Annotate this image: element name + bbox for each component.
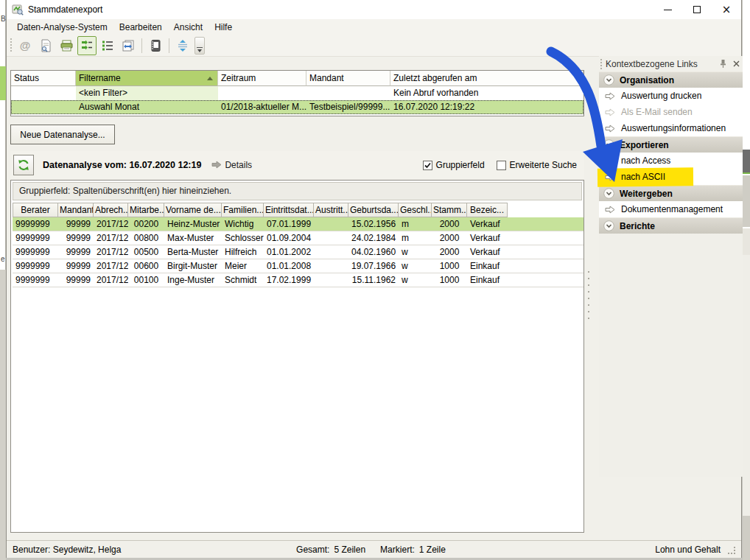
table-cell[interactable]: 00500 [128,245,164,259]
table-cell[interactable] [314,231,348,245]
table-cell[interactable]: Meier [222,259,264,273]
menu-item-hilfe[interactable]: Hilfe [208,21,238,34]
close-button[interactable]: × [712,0,741,19]
table-cell[interactable]: w [399,245,432,259]
section-header-organisation[interactable]: Organisation [599,71,743,88]
table-cell[interactable]: 9999999 [13,231,58,245]
section-header-weitergeben[interactable]: Weitergeben [599,185,743,201]
table-cell[interactable] [306,86,390,100]
table-cell[interactable]: 2017/12 [94,273,128,287]
toolbar-overflow-button[interactable] [194,37,205,55]
table-cell[interactable] [11,100,76,114]
table-cell[interactable]: 04.02.1960 [348,245,399,259]
table-cell[interactable]: 01.09.2004 [264,231,314,245]
sidebar-drag-grip[interactable] [600,59,603,69]
list-view-button[interactable] [98,36,117,55]
column-header[interactable]: Bezeic... [467,203,508,217]
column-header[interactable]: Familien... [222,203,264,217]
table-cell[interactable] [314,217,348,231]
table-cell[interactable]: Birgit-Muster [164,259,222,273]
table-cell[interactable]: <kein Filter> [76,86,218,100]
email-button[interactable]: @ [15,36,35,55]
table-cell[interactable]: Hilfreich [222,245,264,259]
table-row[interactable]: 9999999999992017/1200600Birgit-MusterMei… [13,259,583,273]
table-cell[interactable]: 00100 [128,273,164,287]
table-cell[interactable]: 2017/12 [94,245,128,259]
table-cell[interactable]: 9999999 [13,259,58,273]
details-link[interactable]: Details [225,160,252,170]
table-cell[interactable]: 2017/12 [94,231,128,245]
table-cell[interactable]: Kein Abruf vorhanden [390,86,583,100]
section-header-berichte[interactable]: Berichte [599,217,743,234]
table-cell[interactable]: 99999 [58,273,94,287]
detail-view-button[interactable] [77,36,97,55]
table-cell[interactable] [11,86,76,100]
table-cell[interactable]: Auswahl Monat [76,100,218,114]
splitter-grip[interactable] [587,271,590,320]
print-button[interactable] [57,36,76,55]
table-cell[interactable]: 01.01.2008 [264,259,314,273]
column-header[interactable]: Status [11,71,76,86]
menu-item-ansicht[interactable]: Ansicht [168,21,208,34]
column-header[interactable]: Berater [13,203,58,217]
sidebar-close-button[interactable] [729,58,743,70]
column-width-button[interactable] [119,36,138,55]
table-cell[interactable] [314,245,348,259]
link-auswertung-drucken[interactable]: Auswertung drucken [599,88,743,104]
table-cell[interactable]: Heinz-Muster [164,217,222,231]
table-cell[interactable]: Berta-Muster [164,245,222,259]
link-nach-ascii[interactable]: nach ASCII [599,169,743,185]
table-cell[interactable]: Verkauf [467,217,508,231]
table-cell[interactable]: 1000 [432,273,467,287]
table-cell[interactable]: 99999 [58,217,94,231]
table-cell[interactable] [218,86,306,100]
table-cell[interactable]: 99999 [58,245,94,259]
table-cell[interactable]: 01/2018-aktueller M... [218,100,306,114]
table-cell[interactable]: 17.02.1999 [264,273,314,287]
table-cell[interactable]: Verkauf [467,231,508,245]
column-header[interactable]: Austritt... [314,203,348,217]
column-header[interactable]: Mandant [306,71,390,86]
column-header[interactable]: Geburtsda... [348,203,399,217]
table-cell[interactable]: 9999999 [13,245,58,259]
table-cell[interactable]: 9999999 [13,273,58,287]
menu-item-daten-analyse-system[interactable]: Daten-Analyse-System [11,21,113,34]
column-header[interactable]: Mandant [58,203,94,217]
column-header[interactable]: Zuletzt abgerufen am [390,71,583,86]
table-row[interactable]: <kein Filter>Kein Abruf vorhanden [11,86,583,100]
link-auswertungsinformationen[interactable]: Auswertungsinformationen [599,120,743,136]
table-cell[interactable]: w [399,273,432,287]
link-nach-access[interactable]: nach Access [599,153,743,169]
toolbar-grip[interactable] [10,38,13,53]
table-cell[interactable]: 19.07.1966 [348,259,399,273]
table-cell[interactable]: Wichtig [222,217,264,231]
table-cell[interactable]: 01.01.2002 [264,245,314,259]
table-cell[interactable]: 99999 [58,231,94,245]
table-cell[interactable]: Einkauf [467,259,508,273]
table-cell[interactable]: Schmidt [222,273,264,287]
table-cell[interactable]: 2017/12 [94,259,128,273]
column-header[interactable]: Geschl... [399,203,432,217]
table-row[interactable]: 9999999999992017/1200800Max-MusterSchlos… [13,231,583,245]
table-cell[interactable]: 2000 [432,217,467,231]
maximize-button[interactable] [682,0,712,19]
link-dokumentenmanagement[interactable]: Dokumentenmanagement [599,201,743,217]
column-header[interactable]: Abrech... [94,203,128,217]
table-cell[interactable] [314,273,348,287]
table-cell[interactable]: Schlosser [222,231,264,245]
column-header[interactable]: Eintrittsdat... [264,203,314,217]
section-header-exportieren[interactable]: Exportieren [599,136,743,153]
table-row[interactable]: Auswahl Monat01/2018-aktueller M...Testb… [11,100,583,114]
table-cell[interactable] [314,259,348,273]
table-cell[interactable]: Testbeispiel/99999... [306,100,390,114]
column-header[interactable]: Filtername [76,71,218,86]
table-cell[interactable]: 2017/12 [94,217,128,231]
table-cell[interactable]: 00800 [128,231,164,245]
table-cell[interactable]: 15.02.1956 [348,217,399,231]
notebook-button[interactable] [146,36,165,55]
column-header[interactable]: Vorname de... [164,203,222,217]
menu-item-bearbeiten[interactable]: Bearbeiten [113,21,168,34]
table-cell[interactable]: 24.02.1984 [348,231,399,245]
new-analysis-button[interactable]: Neue Datenanalyse... [10,125,115,144]
table-cell[interactable]: Max-Muster [164,231,222,245]
